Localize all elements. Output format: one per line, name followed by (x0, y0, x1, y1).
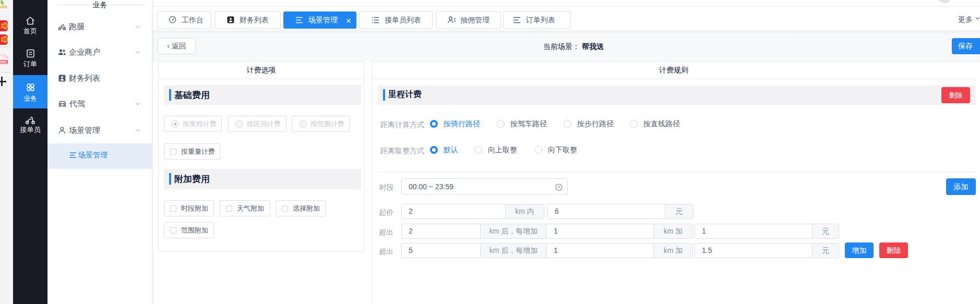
svg-text:GO: GO (1, 5, 7, 9)
svg-text:PDF: PDF (1, 60, 7, 64)
